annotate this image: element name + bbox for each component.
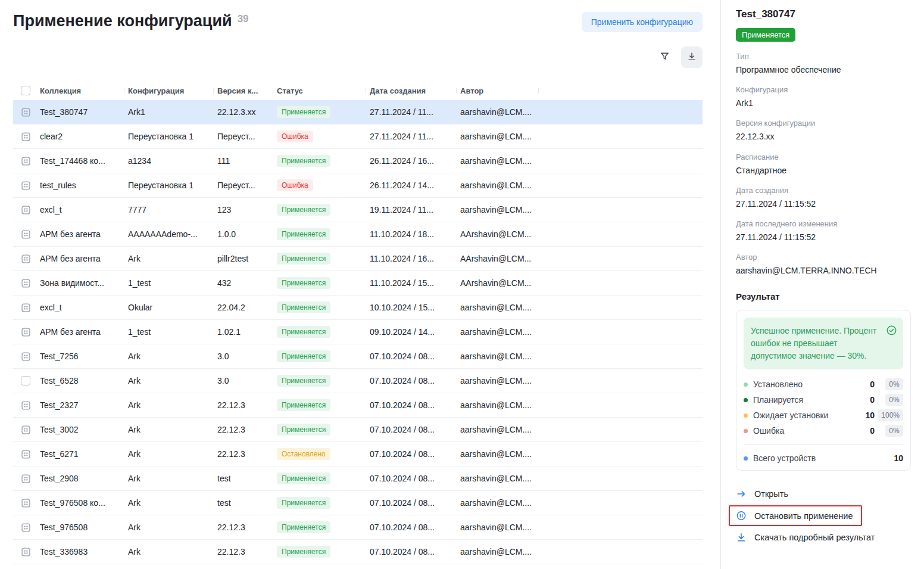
panel-action[interactable]: Скачать подробный результат: [736, 527, 875, 548]
cell-version: 22.12.3.xx: [217, 107, 277, 117]
action-label: Скачать подробный результат: [754, 533, 875, 542]
table-toolbar: [13, 46, 703, 68]
status-badge: Применяется: [277, 228, 330, 240]
row-leading: [13, 376, 40, 385]
table-row[interactable]: excl_t Okular 22.04.2 Применяется 10.10.…: [13, 296, 703, 320]
detail-field: Конфигурация Ark1: [736, 85, 911, 108]
cell-author: aarshavin@LCM....: [460, 156, 542, 166]
stat-dot-icon: [744, 398, 748, 402]
cell-created: 07.10.2024 / 08...: [370, 547, 460, 556]
cell-version: Переуст...: [217, 132, 277, 141]
cell-author: aarshavin@LCM....: [460, 132, 542, 141]
cell-author: aarshavin@LCM....: [460, 181, 542, 190]
total-devices-row: Всего устройств 10: [744, 444, 903, 463]
table-row[interactable]: Test_976508 Ark 22.12.3 Применяется 07.1…: [13, 515, 703, 540]
apply-configuration-button[interactable]: Применить конфигурацию: [582, 12, 703, 32]
page-header: Применение конфигураций 39 Применить кон…: [13, 12, 703, 32]
table-row[interactable]: clear2 Переустановка 1 Переуст... Ошибка…: [13, 125, 703, 149]
table-row[interactable]: test_rules Переустановка 1 Переуст... Ош…: [13, 173, 703, 198]
table-row[interactable]: Test_3002 Ark 22.12.3 Применяется 07.10.…: [13, 418, 703, 442]
filter-button[interactable]: [654, 46, 675, 68]
cell-configuration: Ark1: [128, 107, 217, 117]
select-all-checkbox[interactable]: [21, 86, 30, 95]
panel-action[interactable]: Остановить применение: [729, 505, 862, 526]
collection-icon: [21, 523, 31, 533]
stat-row: Ожидает установки 10 100%: [744, 408, 903, 423]
cell-configuration: Ark: [128, 523, 217, 532]
column-header-configuration: Конфигурация: [128, 86, 217, 95]
field-label: Расписание: [736, 153, 911, 161]
table-row[interactable]: Зона видимост... 1_test 432 Применяется …: [13, 271, 703, 296]
table-row[interactable]: Test_2908 Ark test Применяется 07.10.202…: [13, 467, 703, 491]
filter-icon: [659, 51, 670, 64]
cell-collection: clear2: [40, 132, 128, 141]
stat-dot-icon: [744, 429, 748, 433]
panel-action[interactable]: Удалить: [736, 563, 787, 569]
pause-circle-icon: [736, 510, 747, 521]
cell-version: 22.04.2: [217, 303, 277, 312]
detail-field: Расписание Стандартное: [736, 153, 911, 176]
check-circle-icon: [886, 325, 897, 362]
status-badge: Применяется: [277, 253, 330, 265]
status-badge: Применяется: [277, 497, 330, 509]
result-message: Успешное применение. Процент ошибок не п…: [744, 318, 903, 369]
table-row[interactable]: Test_336983 Ark 22.12.3 Применяется 07.1…: [13, 540, 703, 564]
table-row[interactable]: Test_7256 Ark 3.0 Применяется 07.10.2024…: [13, 344, 703, 369]
collection-icon: [21, 400, 31, 411]
status-badge: Применяется: [277, 399, 330, 411]
collection-icon: [21, 254, 31, 264]
table-row[interactable]: Test_174468 ко... a1234 111 Применяется …: [13, 149, 703, 173]
row-checkbox[interactable]: [21, 376, 30, 385]
stat-row: Планируется 0 0%: [744, 392, 903, 408]
table-row[interactable]: excl_t 7777 123 Применяется 19.11.2024 /…: [13, 198, 703, 222]
cell-author: aarshavin@LCM....: [460, 400, 542, 410]
action-label: Остановить применение: [754, 511, 853, 521]
arrow-right-icon: [736, 489, 747, 499]
cell-created: 19.11.2024 / 11...: [370, 205, 460, 214]
cell-configuration: Ark: [128, 474, 217, 483]
cell-created: 07.10.2024 / 08...: [370, 376, 460, 385]
table-row[interactable]: Test_6271 Ark 22.12.3 Остановлено 07.10.…: [13, 442, 703, 467]
cell-version: test: [217, 474, 277, 483]
cell-collection: Test_174468 ко...: [40, 156, 128, 166]
table-row[interactable]: АРМ без агента AAAAAAAdemo-... 1.0.0 При…: [13, 222, 703, 247]
table-row[interactable]: Test_6528 Ark 3.0 Применяется 07.10.2024…: [13, 369, 703, 393]
status-badge: Применяется: [277, 277, 330, 289]
collection-icon: [21, 229, 31, 240]
configurations-table: Коллекция Конфигурация Версия к... Стату…: [13, 81, 703, 564]
cell-version: 22.12.3: [217, 523, 277, 532]
cell-author: aarshavin@LCM....: [460, 425, 542, 434]
collection-icon: [21, 547, 31, 557]
cell-collection: Test_6271: [40, 449, 128, 459]
collection-icon: [21, 449, 31, 459]
table-row[interactable]: Test_976508 ко... Ark test Применяется 0…: [13, 491, 703, 515]
main-area: Применение конфигураций 39 Применить кон…: [0, 0, 720, 569]
result-message-text: Успешное применение. Процент ошибок не п…: [751, 325, 882, 362]
row-leading: [13, 229, 40, 240]
table-row[interactable]: Test_380747 Ark1 22.12.3.xx Применяется …: [13, 100, 703, 125]
cell-version: test: [217, 498, 277, 508]
table-header: Коллекция Конфигурация Версия к... Стату…: [13, 81, 703, 100]
cell-collection: АРМ без агента: [40, 229, 128, 239]
cell-created: 10.10.2024 / 15...: [370, 303, 460, 312]
stat-label: Планируется: [753, 395, 857, 405]
field-value: Ark1: [736, 98, 911, 108]
detail-field: Автор aarshavin@LCM.TERRA.INNO.TECH: [736, 253, 911, 276]
stat-value: 10: [857, 411, 875, 420]
total-label: Всего устройств: [753, 453, 894, 463]
status-badge: Применяется: [277, 326, 330, 338]
table-row[interactable]: АРМ без агента 1_test 1.02.1 Применяется…: [13, 320, 703, 344]
field-value: Стандартное: [736, 165, 911, 176]
table-row[interactable]: АРМ без агента Ark pillr2test Применяетс…: [13, 247, 703, 271]
export-button[interactable]: [681, 46, 703, 68]
stat-value: 0: [857, 380, 875, 389]
cell-created: 11.10.2024 / 18...: [370, 229, 460, 239]
table-row[interactable]: Test_2327 Ark 22.12.3 Применяется 07.10.…: [13, 393, 703, 418]
total-dot-icon: [744, 456, 748, 461]
cell-configuration: AAAAAAAdemo-...: [128, 229, 217, 239]
cell-created: 27.11.2024 / 11...: [370, 132, 460, 141]
cell-author: aarshavin@LCM....: [460, 303, 542, 312]
cell-collection: test_rules: [40, 181, 128, 190]
details-panel: Test_380747 Применяется Тип Программное …: [720, 0, 924, 569]
panel-action[interactable]: Открыть: [736, 484, 788, 504]
